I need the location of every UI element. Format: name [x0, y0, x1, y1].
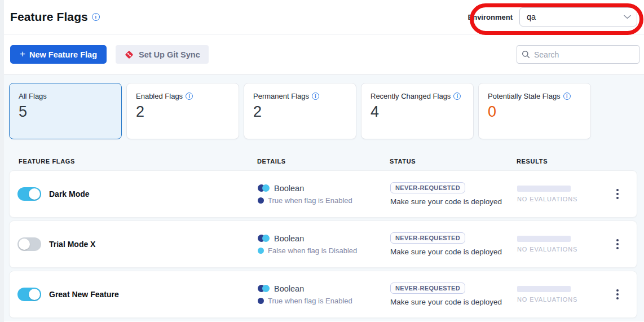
stat-label: Potentially Stale Flags	[488, 92, 561, 100]
results-label: NO EVALUATIONS	[517, 196, 610, 202]
boolean-type-icon	[258, 235, 270, 242]
stat-card-enabled-flags[interactable]: Enabled Flags i 2	[126, 83, 239, 139]
status-badge: NEVER-REQUESTED	[390, 182, 465, 193]
column-header-status: STATUS	[390, 158, 517, 165]
status-text: Make sure your code is deployed	[390, 197, 502, 206]
main-content: All Flags 5 Enabled Flags i 2 Permanent …	[0, 75, 644, 321]
info-icon[interactable]: i	[92, 13, 100, 21]
info-icon[interactable]: i	[186, 92, 193, 100]
git-icon	[124, 50, 134, 60]
table-row: Trial Mode X Boolean False when flag is …	[9, 220, 637, 268]
row-menu-kebab-icon[interactable]	[610, 286, 625, 303]
table-row: Dark Mode Boolean True when flag is Enab…	[9, 170, 637, 218]
flag-type-label: Boolean	[274, 284, 304, 293]
stat-label: Permanent Flags	[253, 92, 309, 100]
search-icon	[522, 50, 530, 59]
column-header-details: DETAILS	[257, 158, 390, 165]
stat-value: 5	[19, 103, 112, 121]
flag-name[interactable]: Trial Mode X	[49, 240, 95, 249]
value-dot-icon	[258, 248, 264, 254]
boolean-type-icon	[258, 184, 270, 192]
results-label: NO EVALUATIONS	[517, 296, 610, 303]
table-row: Great New Feature Boolean True when flag…	[9, 271, 637, 318]
page-header: Feature Flags i Environment qa	[0, 0, 644, 34]
flag-detail-text: True when flag is Enabled	[268, 297, 352, 305]
status-badge: NEVER-REQUESTED	[390, 232, 465, 244]
left-edge-strip	[0, 0, 4, 322]
results-bar	[517, 236, 571, 242]
results-bar	[517, 286, 571, 292]
row-menu-kebab-icon[interactable]	[610, 236, 625, 253]
flag-toggle[interactable]	[17, 288, 41, 301]
column-header-results: RESULTS	[517, 158, 610, 165]
stat-card-recently-changed-flags[interactable]: Recently Changed Flags i 4	[361, 83, 474, 139]
status-text: Make sure your code is deployed	[390, 248, 502, 256]
stat-value: 2	[253, 103, 347, 121]
plus-icon: +	[20, 48, 25, 60]
new-feature-flag-button[interactable]: + New Feature Flag	[10, 45, 107, 64]
stat-value: 4	[370, 103, 464, 121]
flag-type-label: Boolean	[274, 184, 304, 193]
stat-value: 2	[136, 103, 230, 121]
chevron-down-icon	[624, 15, 631, 19]
row-menu-kebab-icon[interactable]	[610, 186, 625, 202]
page-title: Feature Flags	[10, 10, 88, 24]
environment-label: Environment	[468, 13, 513, 21]
flag-toggle[interactable]	[17, 187, 41, 201]
environment-select[interactable]: qa	[519, 7, 637, 27]
stat-value: 0	[488, 103, 581, 121]
column-header-feature-flags: FEATURE FLAGS	[9, 158, 257, 165]
stat-label: Recently Changed Flags	[370, 92, 451, 100]
info-icon[interactable]: i	[563, 92, 571, 100]
stat-label: All Flags	[19, 92, 47, 100]
stat-card-all-flags[interactable]: All Flags 5	[9, 83, 122, 139]
flag-detail-text: True when flag is Enabled	[268, 196, 352, 205]
boolean-type-icon	[258, 285, 270, 292]
flag-detail-text: False when flag is Disabled	[268, 246, 357, 255]
stat-card-permanent-flags[interactable]: Permanent Flags i 2	[244, 83, 356, 139]
environment-selected-value: qa	[527, 12, 536, 21]
value-dot-icon	[258, 298, 264, 304]
flag-name[interactable]: Dark Mode	[49, 189, 90, 199]
status-text: Make sure your code is deployed	[390, 298, 502, 306]
new-feature-flag-label: New Feature Flag	[29, 50, 97, 59]
info-icon[interactable]: i	[453, 92, 461, 100]
toolbar: + New Feature Flag Set Up Git Sync	[0, 34, 644, 75]
value-dot-icon	[258, 197, 264, 204]
search-input[interactable]	[534, 50, 634, 59]
info-icon[interactable]: i	[312, 92, 319, 100]
flag-name[interactable]: Great New Feature	[49, 290, 119, 299]
flag-toggle[interactable]	[17, 237, 41, 251]
results-label: NO EVALUATIONS	[517, 246, 610, 253]
set-up-git-sync-button[interactable]: Set Up Git Sync	[116, 45, 209, 64]
status-badge: NEVER-REQUESTED	[390, 283, 465, 294]
results-bar	[517, 186, 571, 192]
git-sync-label: Set Up Git Sync	[139, 50, 200, 59]
stats-cards-row: All Flags 5 Enabled Flags i 2 Permanent …	[9, 83, 637, 139]
stat-card-potentially-stale-flags[interactable]: Potentially Stale Flags i 0	[478, 83, 591, 139]
stat-label: Enabled Flags	[136, 92, 183, 100]
search-box[interactable]	[517, 45, 639, 64]
flag-type-label: Boolean	[274, 234, 304, 243]
table-header: FEATURE FLAGS DETAILS STATUS RESULTS	[9, 153, 637, 170]
